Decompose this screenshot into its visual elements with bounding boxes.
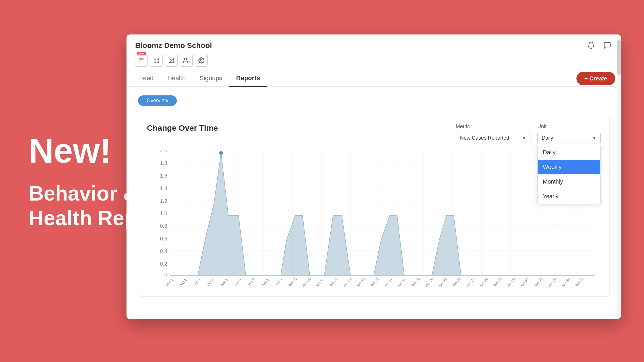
svg-text:Jan 5: Jan 5 — [219, 278, 229, 287]
svg-text:Jan 30: Jan 30 — [560, 277, 571, 288]
new-badge: New! — [137, 52, 146, 55]
sub-nav-button[interactable]: Overview — [138, 95, 177, 106]
metric-value: New Cases Reported — [460, 135, 509, 141]
svg-text:Jan 22: Jan 22 — [451, 277, 462, 288]
unit-chevron-icon: ▼ — [592, 136, 596, 140]
svg-rect-1 — [157, 58, 159, 60]
svg-text:Jan 23: Jan 23 — [465, 277, 476, 288]
chart-section: Change Over Time Metric New Cases Report… — [138, 115, 610, 297]
svg-point-6 — [185, 58, 187, 60]
dropdown-item-yearly[interactable]: Yearly — [538, 189, 600, 204]
svg-point-7 — [200, 59, 202, 61]
svg-text:Jan 3: Jan 3 — [192, 278, 201, 287]
svg-text:0.2: 0.2 — [160, 261, 167, 267]
svg-point-21 — [219, 151, 223, 155]
grid-toolbar-icon[interactable] — [150, 54, 163, 67]
scrollbar-thumb[interactable] — [617, 40, 621, 75]
dropdown-item-daily[interactable]: Daily — [538, 145, 600, 160]
news-toolbar-icon[interactable]: New! — [135, 54, 148, 67]
metric-chevron-icon: ▼ — [522, 136, 526, 140]
svg-text:Jan 20: Jan 20 — [423, 277, 434, 288]
svg-text:Jan 18: Jan 18 — [396, 277, 407, 288]
app-window: Bloomz Demo School — [126, 34, 621, 319]
svg-text:Jan 13: Jan 13 — [328, 277, 339, 288]
settings-toolbar-icon[interactable] — [195, 54, 208, 67]
svg-text:1.2: 1.2 — [160, 198, 167, 204]
nav-tabs-left: Feed Health Signups Reports — [132, 70, 267, 86]
chart-header: Change Over Time Metric New Cases Report… — [147, 124, 601, 144]
svg-text:0.8: 0.8 — [160, 223, 167, 229]
people-toolbar-icon[interactable] — [180, 54, 193, 67]
dropdown-item-weekly[interactable]: Weekly — [538, 160, 600, 174]
tab-feed[interactable]: Feed — [132, 70, 160, 87]
app-title-row: Bloomz Demo School — [135, 40, 612, 51]
svg-text:Jan 2: Jan 2 — [178, 278, 188, 287]
svg-point-5 — [170, 59, 171, 60]
nav-tabs: Feed Health Signups Reports + Create — [126, 70, 621, 87]
create-button[interactable]: + Create — [576, 72, 616, 85]
svg-text:Jan 24: Jan 24 — [478, 277, 489, 288]
svg-text:Jan 10: Jan 10 — [287, 277, 298, 288]
subtitle-line1: Behavior & — [29, 182, 138, 205]
svg-text:1.6: 1.6 — [160, 173, 167, 179]
svg-text:Jan 11: Jan 11 — [300, 277, 311, 288]
tab-reports[interactable]: Reports — [229, 70, 267, 87]
scrollbar[interactable] — [617, 34, 621, 319]
svg-rect-3 — [154, 61, 156, 63]
svg-text:0: 0 — [164, 272, 167, 278]
dropdown-item-monthly[interactable]: Monthly — [538, 174, 600, 189]
metric-control-group: Metric New Cases Reported ▼ — [456, 124, 530, 144]
toolbar-row: New! — [135, 54, 612, 70]
chat-icon[interactable] — [602, 40, 612, 51]
svg-text:Jan 4: Jan 4 — [206, 278, 215, 288]
unit-label: Unit — [537, 124, 601, 130]
svg-text:Jan 19: Jan 19 — [410, 277, 421, 288]
svg-text:Jan 28: Jan 28 — [533, 277, 544, 288]
tab-signups[interactable]: Signups — [193, 70, 229, 87]
chart-title: Change Over Time — [147, 124, 218, 133]
svg-text:Jan 27: Jan 27 — [519, 277, 530, 288]
svg-text:Jan 31: Jan 31 — [574, 277, 585, 288]
svg-text:2.0: 2.0 — [160, 150, 167, 153]
svg-rect-0 — [154, 58, 156, 60]
svg-text:Jan 14: Jan 14 — [342, 277, 353, 288]
unit-select[interactable]: Daily ▼ — [537, 132, 601, 144]
svg-text:Jan 12: Jan 12 — [314, 277, 325, 288]
app-title: Bloomz Demo School — [135, 41, 212, 50]
svg-text:Jan 21: Jan 21 — [437, 277, 448, 288]
unit-control-group: Unit Daily ▼ Daily Weekly — [537, 124, 601, 144]
svg-text:Jan 1: Jan 1 — [164, 278, 174, 287]
svg-text:1.0: 1.0 — [160, 210, 167, 216]
metric-label: Metric — [456, 124, 530, 130]
new-label: New! — [29, 132, 111, 170]
svg-text:Jan 7: Jan 7 — [246, 278, 256, 287]
image-toolbar-icon[interactable] — [165, 54, 178, 67]
svg-text:0.4: 0.4 — [160, 248, 167, 254]
svg-text:Jan 25: Jan 25 — [492, 277, 503, 288]
svg-text:Jan 6: Jan 6 — [233, 278, 242, 287]
tab-health[interactable]: Health — [160, 70, 193, 87]
svg-text:Jan 9: Jan 9 — [274, 278, 283, 287]
header-icons — [586, 40, 612, 51]
svg-rect-2 — [157, 61, 159, 63]
main-content: Overview Change Over Time Metric New Cas… — [126, 87, 621, 305]
bell-icon[interactable] — [586, 40, 596, 51]
svg-text:Jan 29: Jan 29 — [547, 277, 557, 288]
svg-text:Jan 17: Jan 17 — [382, 277, 393, 288]
app-header: Bloomz Demo School — [126, 34, 621, 70]
svg-text:Jan 26: Jan 26 — [505, 277, 516, 288]
chart-svg: 2.0 1.8 1.6 1.4 1.2 1.0 0.8 0.6 0.4 0.2 … — [147, 150, 601, 288]
svg-text:1.4: 1.4 — [160, 185, 167, 191]
sub-nav: Overview — [138, 95, 610, 106]
svg-text:1.8: 1.8 — [160, 160, 167, 166]
svg-text:Jan 8: Jan 8 — [260, 278, 270, 287]
unit-value: Daily — [542, 135, 553, 141]
svg-text:0.6: 0.6 — [160, 236, 167, 242]
unit-dropdown-menu: Daily Weekly Monthly Yearly — [537, 145, 601, 204]
svg-text:Jan 16: Jan 16 — [369, 277, 380, 288]
chart-area: 2.0 1.8 1.6 1.4 1.2 1.0 0.8 0.6 0.4 0.2 … — [147, 150, 601, 288]
svg-text:Jan 15: Jan 15 — [355, 277, 366, 288]
metric-select[interactable]: New Cases Reported ▼ — [456, 132, 530, 144]
